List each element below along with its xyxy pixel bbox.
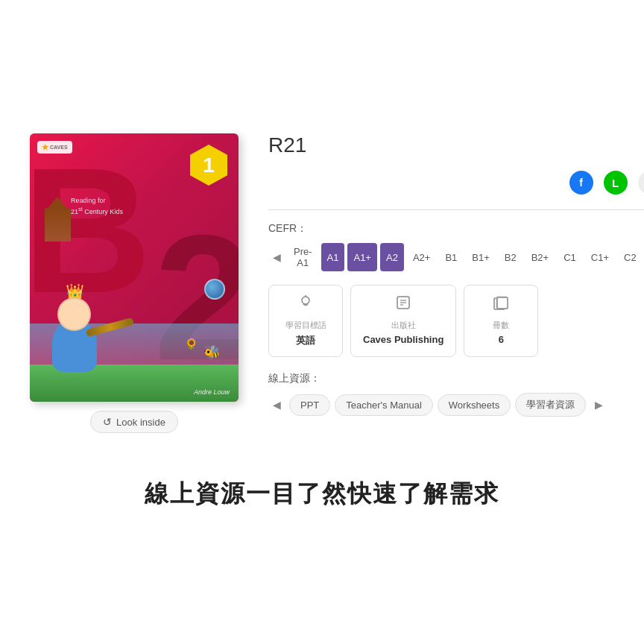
publisher-card: 出版社 Caves Publishing — [350, 285, 456, 357]
book-subtitle: Reading for21st Century Kids — [71, 197, 123, 216]
cefr-nav: ◀ Pre-A1 A1 A1+ A2 A2+ B1 B1+ B2 B2+ C1 … — [268, 243, 644, 271]
volumes-card: 冊數 6 — [464, 285, 538, 357]
cefr-tag-b2[interactable]: B2 — [499, 243, 523, 271]
resources-section: 線上資源： ◀ PPT Teacher's Manual Worksheets … — [268, 372, 644, 417]
divider-1 — [268, 209, 644, 210]
content-area: ★ CAVES B 2 1 Reading for21st Century Ki… — [30, 133, 614, 433]
cefr-tag-c1plus[interactable]: C1+ — [585, 243, 615, 271]
tagline-text: 線上資源一目了然快速了解需求 — [145, 478, 499, 511]
facebook-icon: f — [579, 177, 583, 189]
book-title: R21 — [268, 133, 644, 157]
line-icon: L — [612, 177, 619, 189]
publisher-card-label: 出版社 — [391, 320, 416, 331]
info-panel: R21 f L 🔗 CEFR： ◀ — [268, 133, 644, 423]
look-inside-button[interactable]: ↺ Look inside — [90, 411, 178, 433]
resources-nav: ◀ PPT Teacher's Manual Worksheets 學習者資源 … — [268, 393, 644, 417]
resources-next-button[interactable]: ▶ — [590, 397, 607, 413]
svg-point-0 — [302, 297, 309, 304]
cefr-tag-b2plus[interactable]: B2+ — [525, 243, 555, 271]
book-cover-inner: ★ CAVES B 2 1 Reading for21st Century Ki… — [30, 133, 239, 402]
resource-worksheets-button[interactable]: Worksheets — [438, 394, 511, 416]
resource-teachers-manual-button[interactable]: Teacher's Manual — [335, 394, 432, 416]
cefr-section: CEFR： ◀ Pre-A1 A1 A1+ A2 A2+ B1 B1+ B2 B… — [268, 222, 644, 271]
facebook-button[interactable]: f — [569, 171, 593, 195]
char-head — [57, 297, 91, 331]
tagline-section: 線上資源一目了然快速了解需求 — [145, 478, 499, 511]
resource-ppt-button[interactable]: PPT — [289, 394, 330, 416]
book-cover-container: ★ CAVES B 2 1 Reading for21st Century Ki… — [30, 133, 239, 433]
cefr-tag-a1plus[interactable]: A1+ — [347, 243, 377, 271]
svg-rect-7 — [497, 297, 508, 309]
publisher-icon — [395, 294, 411, 315]
subject-card-label: 學習目標語 — [285, 320, 326, 331]
cefr-tag-c1[interactable]: C1 — [558, 243, 582, 271]
volume-badge: 1 — [190, 145, 227, 186]
char-body: 👑 — [52, 320, 97, 372]
social-row: f L 🔗 — [268, 171, 644, 195]
book-cover: ★ CAVES B 2 1 Reading for21st Century Ki… — [30, 133, 239, 402]
cefr-tag-a2plus[interactable]: A2+ — [407, 243, 437, 271]
globe-decoration — [204, 279, 225, 300]
copy-link-button[interactable]: 🔗 — [638, 171, 644, 195]
cefr-label: CEFR： — [268, 222, 644, 236]
caves-star-icon: ★ — [42, 143, 48, 151]
look-inside-icon: ↺ — [103, 416, 112, 428]
volumes-card-label: 冊數 — [493, 320, 509, 331]
volumes-icon — [493, 294, 509, 315]
caves-logo: ★ CAVES — [37, 141, 72, 154]
character-illustration: 👑 — [52, 320, 97, 372]
cefr-tag-a1[interactable]: A1 — [321, 243, 345, 271]
cefr-tags: Pre-A1 A1 A1+ A2 A2+ B1 B1+ B2 B2+ C1 C1… — [288, 243, 643, 271]
author-name: Andre Louw — [194, 388, 230, 396]
cefr-tag-pre-a1[interactable]: Pre-A1 — [288, 243, 318, 271]
line-button[interactable]: L — [604, 171, 628, 195]
page-wrapper: ★ CAVES B 2 1 Reading for21st Century Ki… — [0, 0, 644, 644]
flower-decoration: 🌻 — [185, 338, 198, 350]
info-cards-row: 學習目標語 英語 出版社 Caves Publishing — [268, 285, 644, 357]
cefr-prev-button[interactable]: ◀ — [268, 249, 285, 265]
resources-label: 線上資源： — [268, 372, 644, 385]
subject-card-value: 英語 — [296, 334, 315, 347]
volumes-card-value: 6 — [499, 334, 504, 345]
caves-logo-text: CAVES — [50, 145, 68, 150]
subject-icon — [297, 294, 314, 315]
cefr-tag-b1[interactable]: B1 — [439, 243, 463, 271]
subject-card: 學習目標語 英語 — [268, 285, 343, 357]
publisher-card-value: Caves Publishing — [363, 334, 443, 345]
castle-decoration — [45, 208, 71, 242]
resources-prev-button[interactable]: ◀ — [268, 397, 285, 413]
cefr-tag-b1plus[interactable]: B1+ — [466, 243, 496, 271]
look-inside-label: Look inside — [116, 417, 165, 428]
bee-decoration: 🐝 — [203, 344, 220, 361]
cefr-tag-a2[interactable]: A2 — [380, 243, 404, 271]
resource-learner-resources-button[interactable]: 學習者資源 — [515, 393, 586, 417]
cefr-tag-c2[interactable]: C2 — [618, 243, 643, 271]
